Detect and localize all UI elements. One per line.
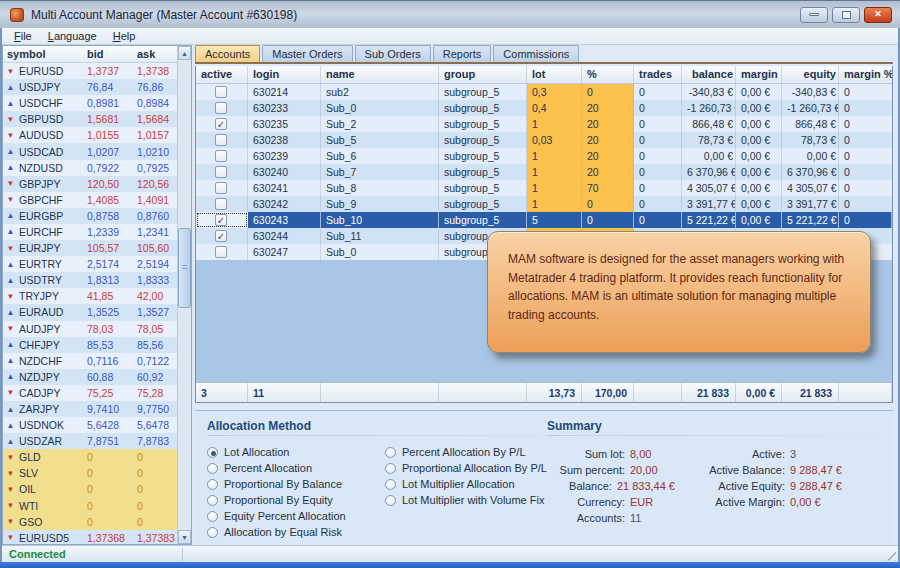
symbol-row[interactable]: ▼AUDUSD1,01551,0157 [3, 127, 177, 143]
tab-accounts[interactable]: Accounts [195, 45, 260, 62]
symbol-row[interactable]: ▲EURCHF1,23391,2341 [3, 224, 177, 240]
radio-icon[interactable] [385, 447, 396, 458]
accounts-header-balance[interactable]: balance [682, 66, 736, 83]
scrollbar-thumb[interactable] [178, 228, 191, 308]
checked-checkbox[interactable]: ✓ [215, 214, 227, 226]
unchecked-checkbox[interactable] [215, 182, 227, 194]
tab-master-orders[interactable]: Master Orders [262, 45, 352, 62]
unchecked-checkbox[interactable] [215, 166, 227, 178]
symbol-row[interactable]: ▼GLD00 [3, 449, 177, 465]
minimize-button[interactable] [800, 7, 828, 23]
symbol-row[interactable]: ▼OIL00 [3, 481, 177, 497]
radio-icon[interactable] [385, 495, 396, 506]
radio-icon[interactable] [207, 479, 218, 490]
accounts-header-lot[interactable]: lot [527, 66, 582, 83]
symbol-row[interactable]: ▼CADJPY75,2575,28 [3, 385, 177, 401]
accounts-header-marginpct[interactable]: margin % [839, 66, 892, 83]
account-row[interactable]: ✓630235Sub_2subgroup_51200866,48 €0,00 €… [196, 116, 892, 132]
symbol-row[interactable]: ▲USDJPY76,8476,86 [3, 79, 177, 95]
symbols-scrollbar[interactable]: ▲ ▼ [177, 46, 191, 544]
accounts-header-login[interactable]: login [248, 66, 321, 83]
symbol-row[interactable]: ▼TRYJPY41,8542,00 [3, 288, 177, 304]
accounts-header-equity[interactable]: equity [782, 66, 839, 83]
symbol-row[interactable]: ▲NZDCHF0,71160,7122 [3, 353, 177, 369]
unchecked-checkbox[interactable] [215, 86, 227, 98]
accounts-header-group[interactable]: group [439, 66, 527, 83]
symbol-row[interactable]: ▲USDCAD1,02071,0210 [3, 143, 177, 159]
radio-option-proportional-by-equity[interactable]: Proportional By Equity [207, 494, 385, 507]
menu-item-help[interactable]: Help [105, 29, 144, 43]
scroll-up-icon[interactable]: ▲ [178, 46, 191, 60]
radio-icon[interactable] [385, 463, 396, 474]
menu-item-language[interactable]: Language [40, 29, 105, 43]
account-row[interactable]: ✓630243Sub_10subgroup_55005 221,22 €0,00… [196, 212, 892, 228]
unchecked-checkbox[interactable] [215, 134, 227, 146]
symbol-row[interactable]: ▼EURUSD1,37371,3738 [3, 63, 177, 79]
checked-checkbox[interactable]: ✓ [215, 118, 227, 130]
resize-grip[interactable] [883, 548, 896, 561]
symbol-row[interactable]: ▲USDZAR7,87517,8783 [3, 433, 177, 449]
symbol-row[interactable]: ▼GBPJPY120,50120,56 [3, 176, 177, 192]
radio-icon[interactable] [207, 527, 218, 538]
accounts-header-active[interactable]: active [196, 66, 248, 83]
tab-reports[interactable]: Reports [433, 45, 492, 62]
accounts-header-margin[interactable]: margin [736, 66, 782, 83]
symbol-row[interactable]: ▲USDTRY1,83131,8333 [3, 272, 177, 288]
symbol-row[interactable]: ▲EURTRY2,51742,5194 [3, 256, 177, 272]
symbol-row[interactable]: ▲USDCHF0,89810,8984 [3, 95, 177, 111]
symbol-row[interactable]: ▼GBPUSD1,56811,5684 [3, 111, 177, 127]
account-row[interactable]: 630240Sub_7subgroup_512006 370,96 €0,00 … [196, 164, 892, 180]
radio-selected-icon[interactable] [207, 447, 218, 458]
radio-option-allocation-by-equal-risk[interactable]: Allocation by Equal Risk [207, 526, 385, 539]
radio-option-lot-multiplier-with-volume-fix[interactable]: Lot Multiplier with Volume Fix [385, 494, 547, 507]
symbol-row[interactable]: ▲EURAUD1,35251,3527 [3, 304, 177, 320]
radio-icon[interactable] [385, 479, 396, 490]
scrollbar-track[interactable] [178, 60, 191, 530]
symbol-row[interactable]: ▲USDNOK5,64285,6478 [3, 417, 177, 433]
radio-option-proportional-by-balance[interactable]: Proportional By Balance [207, 478, 385, 491]
unchecked-checkbox[interactable] [215, 150, 227, 162]
unchecked-checkbox[interactable] [215, 198, 227, 210]
symbol-row[interactable]: ▼EURJPY105,57105,60 [3, 240, 177, 256]
radio-option-lot-allocation[interactable]: Lot Allocation [207, 446, 385, 459]
symbol-row[interactable]: ▲NZDUSD0,79220,7925 [3, 160, 177, 176]
unchecked-checkbox[interactable] [215, 102, 227, 114]
tab-sub-orders[interactable]: Sub Orders [355, 45, 431, 62]
radio-icon[interactable] [207, 495, 218, 506]
account-row[interactable]: 630241Sub_8subgroup_517004 305,07 €0,00 … [196, 180, 892, 196]
account-row[interactable]: 630239Sub_6subgroup_512000,00 €0,00 €0,0… [196, 148, 892, 164]
symbol-row[interactable]: ▼GBPCHF1,40851,4091 [3, 192, 177, 208]
symbol-row[interactable]: ▲NZDJPY60,8860,92 [3, 369, 177, 385]
radio-icon[interactable] [207, 511, 218, 522]
symbol-row[interactable]: ▼GSO00 [3, 514, 177, 530]
symbol-row[interactable]: ▲ZARJPY9,74109,7750 [3, 401, 177, 417]
radio-icon[interactable] [207, 463, 218, 474]
symbol-row[interactable]: ▼SLV00 [3, 465, 177, 481]
accounts-header-trades[interactable]: trades [634, 66, 682, 83]
radio-option-percent-allocation-by-p-l[interactable]: Percent Allocation By P/L [385, 446, 547, 459]
radio-option-equity-percent-allocation[interactable]: Equity Percent Allocation [207, 510, 385, 523]
radio-option-percent-allocation[interactable]: Percent Allocation [207, 462, 385, 475]
lot-cell: 5 [527, 212, 582, 228]
symbol-row[interactable]: ▲EURGBP0,87580,8760 [3, 208, 177, 224]
radio-option-proportional-allocation-by-p-l[interactable]: Proportional Allocation By P/L [385, 462, 547, 475]
maximize-button[interactable] [832, 7, 860, 23]
symbol-row[interactable]: ▲CHFJPY85,5385,56 [3, 337, 177, 353]
radio-option-lot-multiplier-allocation[interactable]: Lot Multiplier Allocation [385, 478, 547, 491]
symbol-row[interactable]: ▼EURUSD51,373681,37383 [3, 530, 177, 544]
account-row[interactable]: 630238Sub_5subgroup_50,0320078,73 €0,00 … [196, 132, 892, 148]
checked-checkbox[interactable]: ✓ [215, 230, 227, 242]
scroll-down-icon[interactable]: ▼ [178, 530, 191, 544]
account-row[interactable]: 630233Sub_0subgroup_50,4200-1 260,73 €0,… [196, 100, 892, 116]
symbol-row[interactable]: ▼AUDJPY78,0378,05 [3, 321, 177, 337]
close-button[interactable]: ✕ [864, 7, 892, 23]
accounts-header-pct[interactable]: % [582, 66, 634, 83]
unchecked-checkbox[interactable] [215, 246, 227, 258]
symbol-row[interactable]: ▼WTI00 [3, 498, 177, 514]
titlebar[interactable]: Multi Account Manager (Master Account #6… [0, 0, 900, 28]
account-row[interactable]: 630242Sub_9subgroup_51003 391,77 €0,00 €… [196, 196, 892, 212]
account-row[interactable]: 630214sub2subgroup_50,300-340,83 €0,00 €… [196, 84, 892, 100]
accounts-header-name[interactable]: name [321, 66, 439, 83]
menu-item-file[interactable]: File [6, 29, 40, 43]
tab-commissions[interactable]: Commissions [493, 45, 579, 62]
